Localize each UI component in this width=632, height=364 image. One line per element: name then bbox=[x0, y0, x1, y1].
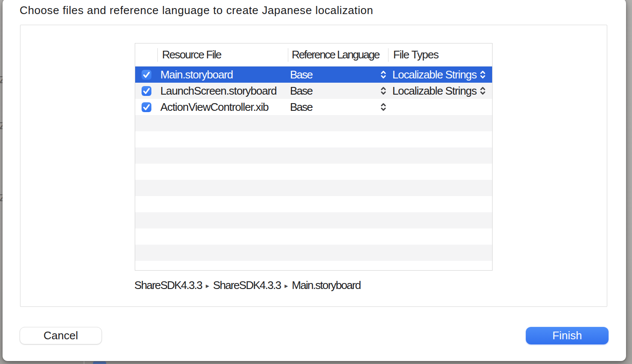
empty-table-row bbox=[135, 147, 492, 164]
reference-language-value: Base bbox=[290, 66, 312, 83]
breadcrumb-separator-icon: ▸ bbox=[206, 282, 209, 290]
popup-chevrons-icon[interactable] bbox=[381, 87, 386, 95]
breadcrumb-project: ShareSDK4.3.3 bbox=[134, 279, 202, 292]
file-types-value: Localizable Strings bbox=[392, 68, 476, 81]
popup-chevrons-icon[interactable] bbox=[381, 70, 386, 79]
cancel-button[interactable]: Cancel bbox=[20, 327, 102, 344]
file-types-popup[interactable]: Localizable Strings bbox=[392, 83, 485, 99]
reference-language-value: Base bbox=[290, 99, 312, 115]
empty-table-row bbox=[135, 245, 492, 261]
empty-table-row bbox=[135, 196, 492, 212]
file-types-popup[interactable]: Localizable Strings bbox=[392, 66, 485, 83]
finish-button[interactable]: Finish bbox=[526, 327, 609, 344]
popup-chevrons-icon bbox=[480, 87, 485, 95]
file-types-value: Localizable Strings bbox=[392, 84, 476, 98]
table-row[interactable]: ActionViewController.xib Base bbox=[135, 99, 492, 115]
breadcrumb-target: ShareSDK4.3.3 bbox=[213, 279, 281, 292]
breadcrumb-separator-icon: ▸ bbox=[284, 282, 288, 290]
localization-dialog: Choose files and reference language to c… bbox=[3, 0, 626, 361]
row-checkbox[interactable] bbox=[142, 70, 151, 80]
table-header: Resource File Reference Language File Ty… bbox=[135, 43, 492, 66]
empty-table-row bbox=[135, 228, 492, 245]
dialog-title: Choose files and reference language to c… bbox=[20, 3, 373, 17]
checkmark-icon bbox=[142, 71, 151, 78]
table-row[interactable]: LaunchScreen.storyboard Base Localizable… bbox=[135, 83, 492, 99]
column-header-resource-file[interactable]: Resource File bbox=[162, 43, 221, 66]
empty-table-row bbox=[135, 212, 492, 228]
background-blue-button-edge bbox=[93, 361, 106, 364]
popup-chevrons-icon[interactable] bbox=[381, 103, 386, 111]
resource-file-name: Main.storyboard bbox=[160, 66, 233, 83]
checkmark-icon bbox=[142, 104, 151, 111]
background-panel-divider bbox=[84, 361, 84, 364]
empty-table-row bbox=[135, 164, 492, 180]
row-checkbox[interactable] bbox=[142, 86, 151, 96]
row-checkbox[interactable] bbox=[142, 102, 151, 112]
table-row[interactable]: Main.storyboard Base Localizable Strings bbox=[135, 66, 492, 83]
column-header-file-types[interactable]: File Types bbox=[393, 43, 438, 66]
column-divider bbox=[288, 48, 288, 62]
column-header-reference-language[interactable]: Reference Language bbox=[292, 43, 379, 66]
checkmark-icon bbox=[142, 87, 151, 95]
column-divider bbox=[388, 48, 388, 62]
breadcrumb-file: Main.storyboard bbox=[292, 279, 360, 292]
empty-table-row bbox=[135, 131, 492, 147]
files-table: Resource File Reference Language File Ty… bbox=[135, 43, 493, 271]
column-divider bbox=[157, 48, 158, 62]
reference-language-value: Base bbox=[290, 83, 312, 99]
breadcrumb: ShareSDK4.3.3 ▸ ShareSDK4.3.3 ▸ Main.sto… bbox=[134, 279, 360, 292]
popup-chevrons-icon bbox=[480, 70, 485, 79]
empty-table-row bbox=[135, 115, 492, 131]
empty-table-row bbox=[135, 180, 492, 196]
resource-file-name: ActionViewController.xib bbox=[160, 99, 268, 115]
resource-file-name: LaunchScreen.storyboard bbox=[160, 83, 276, 99]
